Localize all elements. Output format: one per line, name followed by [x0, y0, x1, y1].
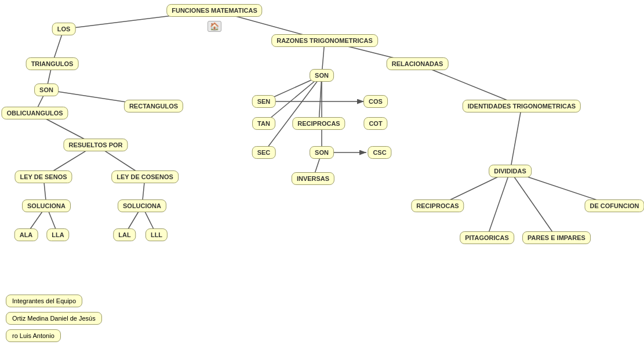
- node-sec: SEC: [252, 146, 276, 159]
- node-soluciona2: SOLUCIONA: [118, 199, 166, 212]
- node-los: LOS: [52, 23, 76, 35]
- node-tan: TAN: [252, 117, 275, 130]
- node-ley-cosenos: LEY DE COSENOS: [111, 170, 179, 183]
- node-pitagoricas: PITAGORICAS: [460, 231, 514, 244]
- svg-line-29: [487, 171, 510, 238]
- node-relacionadas: RELACIONADAS: [387, 57, 449, 70]
- node-soluciona1: SOLUCIONA: [22, 199, 71, 212]
- home-icon: 🏠: [208, 21, 221, 32]
- team-label2: Ortiz Medina Daniel de Jesús: [6, 312, 102, 325]
- node-funciones-matematicas: FUNCIONES MATEMATICAS: [166, 4, 262, 17]
- node-cos: COS: [363, 95, 388, 108]
- node-cot: COT: [363, 117, 387, 130]
- node-de-cofuncion: DE COFUNCION: [585, 199, 644, 212]
- svg-line-30: [510, 171, 556, 238]
- node-son1: SON: [34, 83, 59, 96]
- node-ley-senos: LEY DE SENOS: [14, 170, 72, 183]
- node-reciprocas2: RECIPROCAS: [411, 199, 464, 212]
- node-csc: CSC: [368, 146, 391, 159]
- node-razones: RAZONES TRIGONOMETRICAS: [271, 34, 378, 47]
- node-inversas: INVERSAS: [292, 172, 334, 185]
- node-pares-impares: PARES E IMPARES: [522, 231, 591, 244]
- team-label1: Integrantes del Equipo: [6, 295, 82, 307]
- team-label3: ro Luis Antonio: [6, 329, 61, 342]
- svg-line-27: [510, 106, 522, 171]
- node-oblicuangulos: OBLICUANGULOS: [1, 107, 68, 119]
- node-identidades: IDENTIDADES TRIGONOMETRICAS: [463, 100, 581, 112]
- svg-line-21: [319, 75, 322, 123]
- node-reciprocas1: RECIPROCAS: [292, 117, 345, 130]
- node-lla: LLA: [46, 228, 69, 241]
- node-rectangulos: RECTANGULOS: [124, 100, 183, 112]
- node-divididas: DIVIDIDAS: [489, 165, 532, 177]
- node-lal: LAL: [113, 228, 136, 241]
- node-son3: SON: [310, 146, 334, 159]
- mind-map: FUNCIONES MATEMATICAS 🏠 LOS TRIANGULOS S…: [0, 0, 644, 356]
- node-son2: SON: [310, 69, 334, 82]
- svg-line-20: [264, 75, 322, 152]
- node-sen: SEN: [252, 95, 276, 108]
- node-resueltos-por: RESUELTOS POR: [63, 139, 128, 151]
- node-ala: ALA: [14, 228, 38, 241]
- node-triangulos: TRIANGULOS: [26, 57, 79, 70]
- team-info: Integrantes del Equipo Ortiz Medina Dani…: [6, 295, 102, 344]
- node-lll: LLL: [145, 228, 168, 241]
